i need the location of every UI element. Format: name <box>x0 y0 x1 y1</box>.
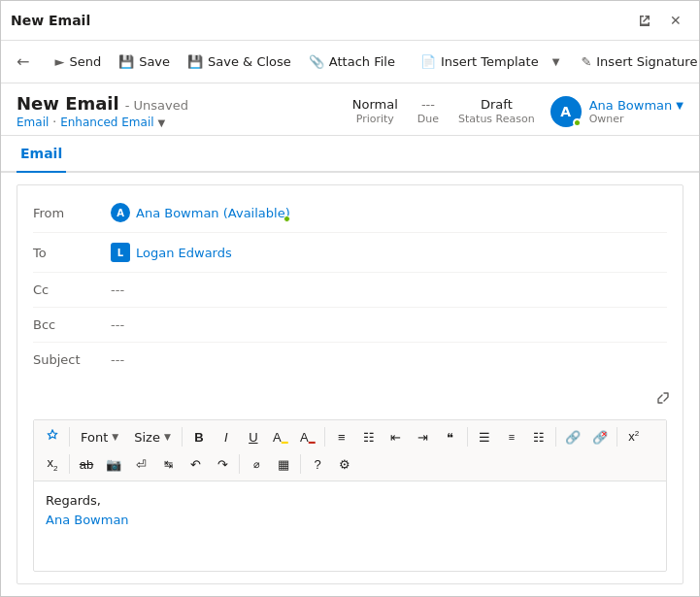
header-meta: Normal Priority --- Due Draft Status Rea… <box>352 97 535 125</box>
align-right-button[interactable]: ☷ <box>526 424 551 449</box>
to-label: To <box>33 246 111 260</box>
to-name: Logan Edwards <box>136 246 232 260</box>
underline-button[interactable]: U <box>241 424 266 449</box>
insert-template-icon: 📄 <box>420 54 436 69</box>
font-color-button[interactable]: A▬ <box>295 424 320 449</box>
insert-image-button[interactable]: 📷 <box>101 451 126 477</box>
status-label: Status Reason <box>458 113 535 125</box>
superscript-button[interactable]: x2 <box>621 424 647 449</box>
chevron-down-icon: ▼ <box>676 100 683 111</box>
strikethrough-icon: ab <box>80 457 93 472</box>
from-value[interactable]: A Ana Bowman (Available) <box>111 203 667 222</box>
back-icon: ← <box>17 52 29 71</box>
blockquote-icon: ❝ <box>447 430 453 445</box>
breadcrumb-separator: · <box>52 116 56 129</box>
subject-value[interactable]: --- <box>111 352 667 367</box>
italic-button[interactable]: I <box>214 424 239 449</box>
highlight-icon: A▬ <box>273 430 288 445</box>
send-label: Send <box>69 54 101 69</box>
recipient-icon: L <box>111 243 130 262</box>
template-dropdown-button[interactable]: ▼ <box>549 51 564 72</box>
from-row: From A Ana Bowman (Available) <box>33 193 667 233</box>
ai-assist-button[interactable] <box>40 424 65 449</box>
font-selector[interactable]: Font ▼ <box>74 427 125 448</box>
insert-template-button[interactable]: 📄 Insert Template <box>413 50 547 74</box>
table-button[interactable]: ▦ <box>271 451 296 477</box>
signature-name[interactable]: Ana Bowman <box>46 511 654 530</box>
undo-icon: ↶ <box>190 457 201 472</box>
clear-format-icon: ⌀ <box>253 458 260 471</box>
blockquote-button[interactable]: ❝ <box>438 424 463 449</box>
bold-button[interactable]: B <box>186 424 212 449</box>
email-breadcrumb-link[interactable]: Email <box>17 116 49 129</box>
email-form-section: From A Ana Bowman (Available) To <box>17 184 683 584</box>
status-meta: Draft Status Reason <box>458 97 535 125</box>
ltr-icon: ↹ <box>164 458 173 471</box>
clear-format-button[interactable]: ⌀ <box>244 451 269 477</box>
enhanced-email-link[interactable]: Enhanced Email ▼ <box>60 116 165 129</box>
increase-indent-button[interactable]: ⇥ <box>411 424 436 449</box>
expand-icon <box>656 391 670 405</box>
size-label: Size <box>134 430 160 445</box>
underline-label: U <box>249 430 257 445</box>
send-icon: ► <box>54 54 64 69</box>
to-value[interactable]: L Logan Edwards <box>111 243 667 262</box>
ltr-button[interactable]: ↹ <box>155 451 181 477</box>
help-button[interactable]: ? <box>305 451 330 477</box>
settings-icon: ⚙ <box>339 457 350 472</box>
owner-name-text: Ana Bowman <box>589 98 673 113</box>
editor-divider-2 <box>182 427 183 447</box>
remove-link-button[interactable]: 🔗✕ <box>587 424 613 449</box>
owner-name[interactable]: Ana Bowman ▼ <box>589 98 683 113</box>
from-status-dot <box>283 216 290 222</box>
editor-divider-9 <box>300 454 301 474</box>
redo-button[interactable]: ↷ <box>210 451 235 477</box>
align-center-icon: ≡ <box>509 431 515 443</box>
bullets-button[interactable]: ≡ <box>329 424 354 449</box>
insert-image-icon: 📷 <box>106 457 121 472</box>
from-avatar: A <box>111 203 130 222</box>
popout-button[interactable] <box>631 7 658 34</box>
decrease-indent-button[interactable]: ⇤ <box>383 424 409 449</box>
subscript-button[interactable]: x2 <box>40 451 65 477</box>
bcc-value[interactable]: --- <box>111 317 667 332</box>
title-bar-left: New Email <box>11 13 90 28</box>
attach-file-button[interactable]: 📎 Attach File <box>301 50 403 74</box>
expand-editor-button[interactable] <box>651 386 675 410</box>
strikethrough-button[interactable]: ab <box>74 451 99 477</box>
source-code-button[interactable]: ⏎ <box>128 451 153 477</box>
settings-button[interactable]: ⚙ <box>332 451 357 477</box>
insert-signature-label: Insert Signature <box>596 54 697 69</box>
numbered-list-button[interactable]: ☷ <box>356 424 382 449</box>
close-button[interactable]: ✕ <box>662 7 689 34</box>
window-title: New Email <box>11 13 90 28</box>
editor-content[interactable]: Regards, Ana Bowman <box>34 481 666 571</box>
bcc-row: Bcc --- <box>33 308 667 343</box>
size-selector[interactable]: Size ▼ <box>127 427 178 448</box>
font-dropdown-icon: ▼ <box>112 432 118 442</box>
save-button[interactable]: 💾 Save <box>111 50 178 74</box>
chevron-down-icon: ▼ <box>552 56 560 67</box>
save-close-button[interactable]: 💾 Save & Close <box>180 50 299 74</box>
save-icon: 💾 <box>118 54 134 69</box>
insert-signature-button[interactable]: ✎ Insert Signature <box>573 50 700 74</box>
highlight-button[interactable]: A▬ <box>268 424 293 449</box>
tab-email[interactable]: Email <box>17 136 66 173</box>
save-close-label: Save & Close <box>208 54 291 69</box>
insert-link-button[interactable]: 🔗 <box>560 424 585 449</box>
from-wrapper: A Ana Bowman (Available) <box>111 203 290 222</box>
editor-divider-7 <box>69 454 70 474</box>
align-center-button[interactable]: ≡ <box>499 424 524 449</box>
from-label: From <box>33 206 111 220</box>
regards-text: Regards, <box>46 491 654 511</box>
send-button[interactable]: ► Send <box>47 50 109 74</box>
main-toolbar: ← ► Send 💾 Save 💾 Save & Close 📎 Attach … <box>1 41 699 83</box>
cc-value[interactable]: --- <box>111 282 667 297</box>
back-button[interactable]: ← <box>9 48 37 76</box>
undo-button[interactable]: ↶ <box>183 451 208 477</box>
attach-icon: 📎 <box>309 54 324 69</box>
owner-avatar: A <box>550 96 582 127</box>
from-name: Ana Bowman (Available) <box>136 206 290 220</box>
align-left-button[interactable]: ☰ <box>472 424 497 449</box>
editor-divider-4 <box>467 427 468 447</box>
